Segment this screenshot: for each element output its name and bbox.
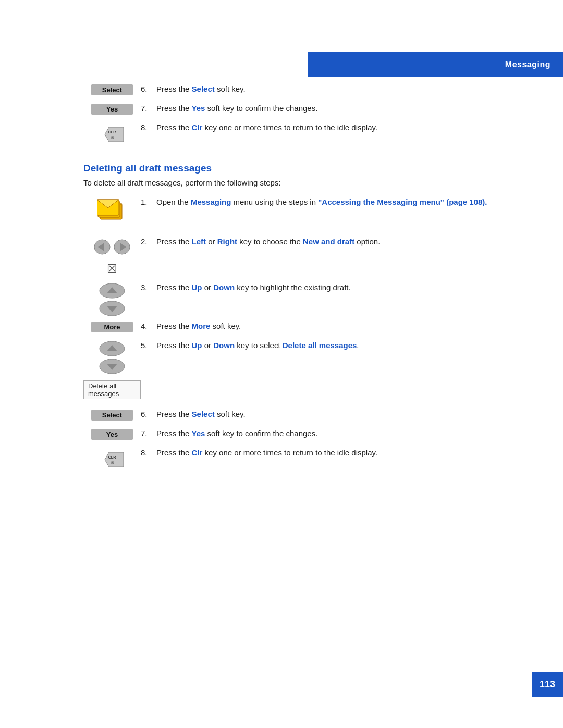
icon-col-yes-bot: Yes bbox=[83, 428, 141, 440]
icon-col-select-bot: Select bbox=[83, 409, 141, 421]
nav-up-icon bbox=[99, 283, 125, 299]
yes-link-top: Yes bbox=[192, 104, 205, 113]
more-btn: More bbox=[91, 322, 133, 332]
icon-col-clr-bot: CLR ☒ bbox=[83, 447, 141, 471]
step-row-6-bot: Select 6. Press the Select soft key. bbox=[83, 409, 532, 421]
step-text-6b: Press the Select soft key. bbox=[156, 409, 532, 421]
step-row-6-top: Select 6. Press the Select soft key. bbox=[83, 83, 532, 95]
delete-all-box: Delete all messages bbox=[83, 380, 141, 399]
envelope-row: ☒ bbox=[83, 261, 532, 276]
svg-text:☒: ☒ bbox=[111, 461, 114, 464]
main-content: Select 6. Press the Select soft key. Yes… bbox=[83, 83, 532, 478]
section-intro: To delete all draft messages, perform th… bbox=[83, 178, 532, 187]
icon-col-yes-top: Yes bbox=[83, 103, 141, 115]
icon-col-4: More bbox=[83, 320, 141, 332]
envelope-icon: ☒ bbox=[107, 262, 117, 276]
svg-text:CLR: CLR bbox=[108, 455, 116, 459]
more-link: More bbox=[192, 322, 211, 330]
left-link: Left bbox=[192, 237, 206, 246]
icon-col-1 bbox=[83, 196, 141, 226]
step-num-6b: 6. bbox=[141, 409, 156, 418]
nav-lr-icon bbox=[94, 237, 130, 257]
step-row-1: 1. Open the Messaging menu using the ste… bbox=[83, 196, 532, 226]
down-link-3: Down bbox=[213, 283, 235, 292]
yes-link-bot: Yes bbox=[192, 429, 205, 438]
step-text-4: Press the More soft key. bbox=[156, 320, 532, 332]
page-number: 113 bbox=[540, 679, 555, 690]
step-row-3: 3. Press the Up or Down key to highlight… bbox=[83, 282, 532, 316]
icon-col-select-top: Select bbox=[83, 83, 141, 95]
select-link-bot: Select bbox=[192, 410, 215, 418]
delete-all-icon-col: Delete all messages bbox=[83, 377, 141, 399]
step-num-2: 2. bbox=[141, 236, 156, 246]
messaging-icon bbox=[97, 198, 127, 226]
yes-btn-top: Yes bbox=[91, 104, 133, 115]
step-num-4: 4. bbox=[141, 320, 156, 330]
messaging-link: Messaging bbox=[191, 198, 231, 206]
step-row-5: 5. Press the Up or Down key to select De… bbox=[83, 340, 532, 374]
nav-down-icon bbox=[99, 301, 125, 316]
step-text-7t: Press the Yes soft key to confirm the ch… bbox=[156, 103, 532, 115]
select-btn-bot: Select bbox=[91, 410, 133, 421]
step-text-8t: Press the Clr key one or more times to r… bbox=[156, 122, 532, 134]
header-title: Messaging bbox=[505, 60, 550, 69]
svg-text:CLR: CLR bbox=[108, 130, 116, 134]
delete-all-link: Delete all messages bbox=[283, 341, 357, 350]
step-row-8-bot: CLR ☒ 8. Press the Clr key one or more t… bbox=[83, 447, 532, 471]
select-btn-top: Select bbox=[91, 84, 133, 95]
clr-link-bot: Clr bbox=[192, 448, 203, 457]
step-row-2: 2. Press the Left or Right key to choose… bbox=[83, 236, 532, 257]
step-text-1: Open the Messaging menu using the steps … bbox=[156, 196, 532, 208]
step-row-7-bot: Yes 7. Press the Yes soft key to confirm… bbox=[83, 428, 532, 440]
step-num-7b: 7. bbox=[141, 428, 156, 438]
step-num-1: 1. bbox=[141, 196, 156, 206]
clr-icon-bot: CLR ☒ bbox=[101, 448, 124, 471]
svg-marker-21 bbox=[105, 452, 124, 467]
step-text-5: Press the Up or Down key to select Delet… bbox=[156, 340, 532, 352]
page-number-box: 113 bbox=[532, 672, 563, 697]
step-num-5: 5. bbox=[141, 340, 156, 350]
nav-down-icon-5 bbox=[99, 359, 125, 374]
step-num-8b: 8. bbox=[141, 447, 156, 457]
step-row-8-top: CLR ☒ 8. Press the Clr key one or more t… bbox=[83, 122, 532, 146]
step-text-3: Press the Up or Down key to highlight th… bbox=[156, 282, 532, 294]
icon-col-5 bbox=[83, 340, 141, 374]
step-text-2: Press the Left or Right key to choose th… bbox=[156, 236, 532, 248]
accessing-link: "Accessing the Messaging menu" (page 108… bbox=[318, 198, 487, 206]
envelope-icon-col: ☒ bbox=[83, 261, 141, 276]
header-bar: Messaging bbox=[308, 52, 563, 77]
up-link-5: Up bbox=[192, 341, 202, 350]
newdraft-link: New and draft bbox=[303, 237, 354, 246]
step-num-6t: 6. bbox=[141, 83, 156, 93]
select-link-top: Select bbox=[192, 84, 215, 93]
right-link: Right bbox=[217, 237, 237, 246]
delete-all-row: Delete all messages bbox=[83, 377, 532, 399]
icon-col-3 bbox=[83, 282, 141, 316]
clr-icon-top: CLR ☒ bbox=[101, 123, 124, 146]
step-row-7-top: Yes 7. Press the Yes soft key to confirm… bbox=[83, 103, 532, 115]
down-link-5: Down bbox=[213, 341, 235, 350]
svg-text:☒: ☒ bbox=[111, 136, 114, 139]
step-text-8b: Press the Clr key one or more times to r… bbox=[156, 447, 532, 459]
svg-marker-0 bbox=[105, 127, 124, 142]
page-container: Messaging Select 6. Press the Select sof… bbox=[0, 0, 563, 728]
step-num-7t: 7. bbox=[141, 103, 156, 113]
clr-link-top: Clr bbox=[192, 123, 203, 132]
up-link-3: Up bbox=[192, 283, 202, 292]
step-text-6t: Press the Select soft key. bbox=[156, 83, 532, 95]
yes-btn-bot: Yes bbox=[91, 429, 133, 440]
step-row-4: More 4. Press the More soft key. bbox=[83, 320, 532, 332]
icon-col-clr-top: CLR ☒ bbox=[83, 122, 141, 146]
nav-up-icon-5 bbox=[99, 341, 125, 356]
step-num-3: 3. bbox=[141, 282, 156, 292]
section-heading: Deleting all draft messages bbox=[83, 163, 532, 174]
icon-col-2 bbox=[83, 236, 141, 257]
step-text-7b: Press the Yes soft key to confirm the ch… bbox=[156, 428, 532, 440]
step-num-8t: 8. bbox=[141, 122, 156, 132]
